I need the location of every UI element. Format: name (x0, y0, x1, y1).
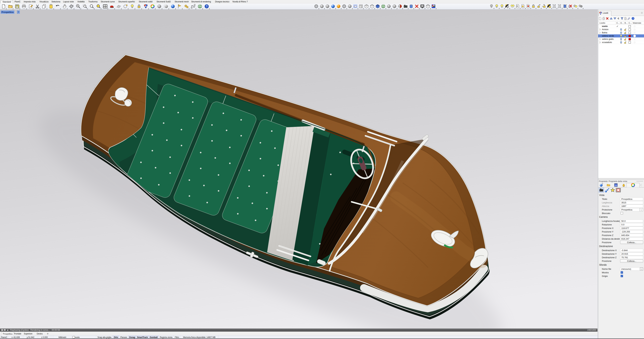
svg-text:?: ? (616, 184, 616, 186)
svg-text:?: ? (632, 18, 634, 20)
